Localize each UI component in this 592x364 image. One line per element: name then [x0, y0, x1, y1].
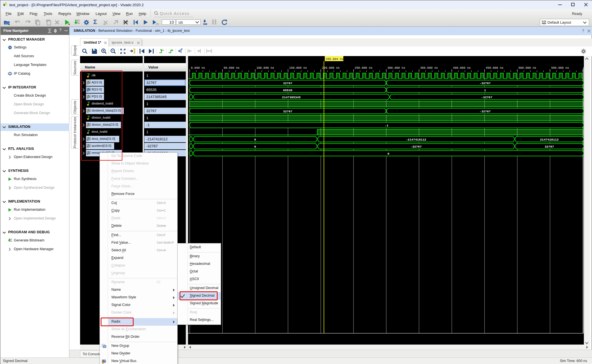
svg-text:32767: 32767: [283, 110, 292, 113]
svg-text:2147418112: 2147418112: [540, 138, 558, 141]
svg-text:0: 0: [254, 145, 256, 148]
svg-text:0: 0: [387, 152, 389, 156]
svg-text:-1: -1: [385, 124, 388, 127]
svg-text:450.000 ns: 450.000 ns: [486, 66, 503, 70]
svg-text:-32767: -32767: [481, 96, 492, 99]
svg-text:2147385345: 2147385345: [282, 96, 301, 99]
svg-text:-32767: -32767: [480, 82, 491, 85]
svg-text:1: 1: [484, 89, 486, 92]
svg-text:0.000 ns: 0.000 ns: [191, 66, 205, 70]
svg-text:205.004 ns: 205.004 ns: [326, 57, 343, 61]
svg-text:300.000 ns: 300.000 ns: [387, 66, 405, 70]
svg-text:50.000 ns: 50.000 ns: [224, 66, 240, 70]
svg-text:-32767: -32767: [480, 110, 491, 113]
svg-text:400.000 ns: 400.000 ns: [453, 66, 471, 70]
svg-text:-2147418112: -2147418112: [406, 138, 426, 141]
svg-text:01: 01: [10, 239, 12, 240]
svg-text:550.000 ns: 550.000 ns: [551, 66, 569, 70]
svg-text:(T): (T): [156, 23, 159, 25]
svg-text:32767: 32767: [283, 82, 292, 85]
svg-text:350.000 ns: 350.000 ns: [420, 66, 438, 70]
svg-text:65535: 65535: [283, 89, 292, 92]
svg-text:32767: 32767: [545, 145, 554, 148]
svg-text:250.000 ns: 250.000 ns: [355, 66, 372, 70]
svg-text:-32767: -32767: [410, 145, 422, 148]
svg-text:10: 10: [10, 241, 12, 242]
svg-text:500.000 ns: 500.000 ns: [518, 66, 536, 70]
svg-text:200.000 ns: 200.000 ns: [322, 66, 340, 70]
svg-text:100.000 ns: 100.000 ns: [256, 66, 274, 70]
svg-text:0: 0: [254, 138, 256, 141]
svg-text:150.000 ns: 150.000 ns: [289, 66, 307, 70]
svg-text:10: 10: [78, 22, 79, 24]
